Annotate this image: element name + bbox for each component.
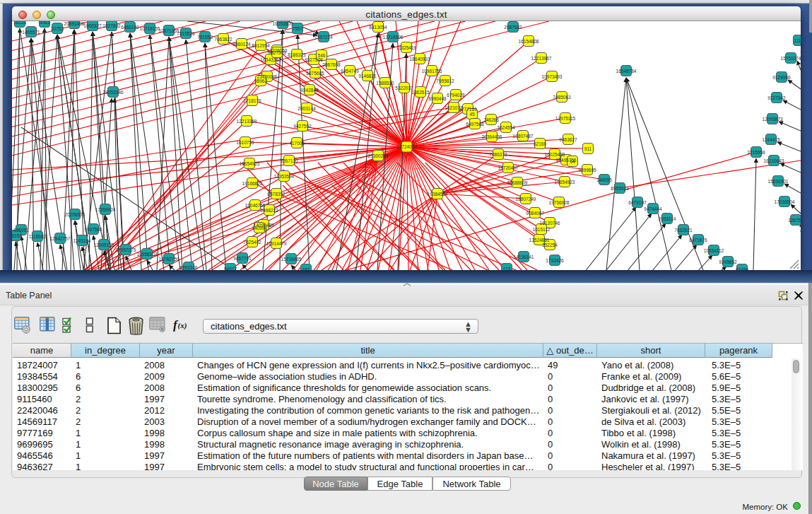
svg-text:98962: 98962 bbox=[254, 78, 267, 83]
svg-text:1588520: 1588520 bbox=[376, 81, 394, 86]
svg-text:8813054: 8813054 bbox=[369, 25, 387, 30]
svg-text:15720407: 15720407 bbox=[498, 165, 519, 170]
svg-text:10973493: 10973493 bbox=[542, 74, 563, 79]
svg-text:15751074: 15751074 bbox=[781, 56, 801, 61]
svg-text:10025488: 10025488 bbox=[545, 152, 565, 157]
svg-text:835051: 835051 bbox=[13, 228, 29, 233]
svg-text:10719155: 10719155 bbox=[140, 26, 160, 31]
svg-text:16210643: 16210643 bbox=[764, 158, 784, 163]
svg-text:12975115: 12975115 bbox=[555, 116, 576, 121]
svg-text:6479197: 6479197 bbox=[628, 200, 647, 205]
svg-text:140994: 140994 bbox=[252, 226, 267, 230]
svg-text:1065327: 1065327 bbox=[83, 23, 102, 28]
svg-text:8878352: 8878352 bbox=[267, 192, 286, 197]
svg-text:13218506: 13218506 bbox=[383, 35, 404, 40]
svg-text:746266: 746266 bbox=[483, 117, 499, 122]
svg-text:15716485: 15716485 bbox=[281, 257, 302, 262]
svg-text:1244415: 1244415 bbox=[762, 137, 780, 142]
svg-text:9084067: 9084067 bbox=[526, 211, 544, 216]
svg-text:3215958: 3215958 bbox=[747, 150, 765, 155]
svg-text:7557: 7557 bbox=[293, 26, 303, 31]
svg-text:7557224: 7557224 bbox=[314, 35, 333, 40]
svg-text:19756928: 19756928 bbox=[549, 200, 570, 205]
svg-text:9327508: 9327508 bbox=[305, 57, 323, 62]
svg-text:9242848: 9242848 bbox=[300, 88, 319, 93]
svg-text:2803144: 2803144 bbox=[298, 106, 316, 111]
svg-text:8471676: 8471676 bbox=[689, 238, 707, 243]
svg-text:10654112: 10654112 bbox=[704, 248, 724, 253]
svg-text:6497568: 6497568 bbox=[466, 122, 484, 127]
svg-text:(x): (x) bbox=[178, 321, 187, 330]
svg-text:16120746: 16120746 bbox=[540, 221, 560, 226]
svg-text:5322037: 5322037 bbox=[395, 86, 413, 90]
svg-text:19654925: 19654925 bbox=[240, 161, 260, 166]
svg-text:16046755: 16046755 bbox=[245, 203, 266, 208]
svg-text:8990448: 8990448 bbox=[428, 96, 447, 101]
svg-text:2867608: 2867608 bbox=[322, 62, 341, 67]
svg-text:17016504: 17016504 bbox=[775, 199, 795, 204]
svg-text:10961755: 10961755 bbox=[422, 69, 442, 74]
svg-text:9457791: 9457791 bbox=[233, 256, 252, 261]
svg-text:751552: 751552 bbox=[197, 35, 213, 40]
svg-text:6466160: 6466160 bbox=[121, 25, 139, 30]
svg-text:9997586: 9997586 bbox=[84, 227, 102, 232]
svg-text:9860124: 9860124 bbox=[233, 42, 251, 47]
svg-text:7515526: 7515526 bbox=[177, 31, 195, 36]
svg-text:8912954: 8912954 bbox=[252, 43, 270, 48]
svg-text:17957275: 17957275 bbox=[116, 247, 136, 252]
svg-text:1112: 1112 bbox=[794, 38, 801, 43]
svg-text:16914479: 16914479 bbox=[266, 241, 287, 246]
svg-text:9427552: 9427552 bbox=[293, 124, 312, 129]
svg-text:10807487: 10807487 bbox=[513, 134, 534, 139]
svg-text:9129966: 9129966 bbox=[772, 75, 791, 80]
svg-text:9474444: 9474444 bbox=[644, 206, 662, 211]
svg-text:29053346: 29053346 bbox=[103, 90, 124, 95]
svg-text:45: 45 bbox=[469, 112, 475, 117]
svg-text:7986372: 7986372 bbox=[489, 152, 507, 157]
svg-text:1292346: 1292346 bbox=[180, 265, 198, 270]
svg-text:12942757: 12942757 bbox=[50, 236, 71, 241]
svg-text:1405571: 1405571 bbox=[22, 30, 40, 35]
svg-text:9463627: 9463627 bbox=[559, 137, 577, 142]
svg-text:39159: 39159 bbox=[12, 233, 22, 238]
svg-text:16543362: 16543362 bbox=[261, 57, 281, 62]
svg-text:18807249: 18807249 bbox=[516, 197, 536, 201]
svg-text:17359924: 17359924 bbox=[95, 207, 116, 212]
svg-text:10753: 10753 bbox=[51, 26, 64, 31]
svg-text:10688609: 10688609 bbox=[507, 180, 528, 185]
svg-text:14136141: 14136141 bbox=[514, 255, 534, 259]
svg-text:7625402: 7625402 bbox=[243, 240, 261, 245]
svg-text:1733426: 1733426 bbox=[546, 258, 564, 263]
svg-text:19384554: 19384554 bbox=[428, 192, 448, 197]
svg-text:911: 911 bbox=[584, 146, 592, 151]
svg-text:10958107: 10958107 bbox=[137, 252, 158, 257]
svg-text:546: 546 bbox=[318, 53, 326, 58]
svg-text:9777169: 9777169 bbox=[459, 107, 477, 112]
svg-text:15692901: 15692901 bbox=[768, 179, 789, 184]
svg-text:25300215: 25300215 bbox=[368, 153, 389, 158]
svg-text:1610755: 1610755 bbox=[236, 140, 254, 145]
svg-text:252254: 252254 bbox=[542, 243, 558, 247]
svg-text:20691406: 20691406 bbox=[64, 21, 85, 26]
svg-text:11353594: 11353594 bbox=[274, 174, 295, 179]
svg-text:16053809: 16053809 bbox=[273, 21, 293, 26]
svg-text:1615112: 1615112 bbox=[533, 227, 551, 232]
svg-text:3624554: 3624554 bbox=[497, 125, 515, 130]
svg-text:9899695: 9899695 bbox=[578, 168, 596, 173]
svg-text:13524851: 13524851 bbox=[529, 238, 550, 243]
svg-text:3267130: 3267130 bbox=[280, 158, 298, 163]
svg-text:9063: 9063 bbox=[40, 21, 50, 25]
svg-text:1115682: 1115682 bbox=[29, 234, 47, 239]
svg-text:1527602: 1527602 bbox=[102, 23, 121, 28]
svg-text:18640910: 18640910 bbox=[410, 57, 430, 62]
svg-text:16782759: 16782759 bbox=[159, 257, 180, 262]
svg-text:5498222: 5498222 bbox=[260, 208, 278, 213]
svg-text:8454749: 8454749 bbox=[341, 69, 359, 74]
svg-text:1362615: 1362615 bbox=[411, 90, 430, 95]
svg-text:12213967: 12213967 bbox=[531, 56, 552, 61]
svg-text:20364436: 20364436 bbox=[482, 134, 502, 139]
svg-text:417006: 417006 bbox=[289, 141, 305, 146]
svg-text:19654923: 19654923 bbox=[555, 180, 575, 185]
svg-text:8186323: 8186323 bbox=[288, 52, 306, 57]
svg-text:144095: 144095 bbox=[596, 177, 612, 182]
